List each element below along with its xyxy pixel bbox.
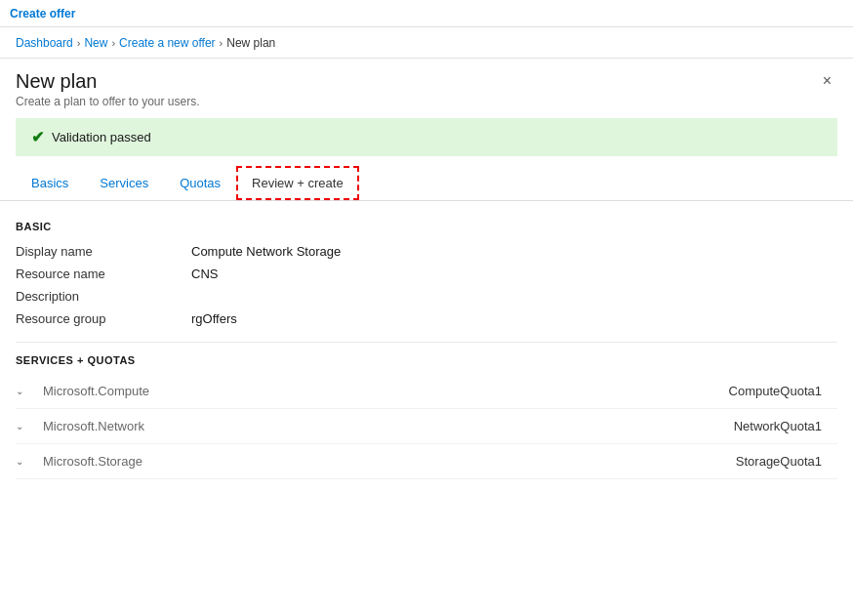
value-display-name: Compute Network Storage xyxy=(191,244,341,259)
service-quota-storage: StorageQuota1 xyxy=(736,454,837,469)
service-row-network: ⌄ Microsoft.Network NetworkQuota1 xyxy=(16,409,837,444)
chevron-down-icon-compute: ⌄ xyxy=(16,386,35,396)
info-row-resource-group: Resource group rgOffers xyxy=(16,308,837,330)
label-resource-group: Resource group xyxy=(16,311,191,326)
breadcrumb-create-offer[interactable]: Create a new offer xyxy=(119,36,216,50)
label-description: Description xyxy=(16,289,191,304)
service-name-network: Microsoft.Network xyxy=(43,419,297,433)
value-resource-name: CNS xyxy=(191,267,218,281)
top-nav: Create offer xyxy=(0,0,853,27)
label-display-name: Display name xyxy=(16,244,191,259)
section-divider xyxy=(16,342,837,343)
tab-review-create[interactable]: Review + create xyxy=(236,166,359,200)
top-bar-title: Create offer xyxy=(10,7,75,21)
service-row-storage: ⌄ Microsoft.Storage StorageQuota1 xyxy=(16,444,837,479)
content-area: BASIC Display name Compute Network Stora… xyxy=(0,201,853,616)
check-icon: ✔ xyxy=(31,128,44,146)
info-row-display-name: Display name Compute Network Storage xyxy=(16,240,837,263)
breadcrumb-new[interactable]: New xyxy=(84,36,107,50)
tab-services[interactable]: Services xyxy=(84,166,164,200)
services-section-header: SERVICES + QUOTAS xyxy=(16,354,837,366)
breadcrumb: Dashboard › New › Create a new offer › N… xyxy=(16,36,275,50)
service-quota-network: NetworkQuota1 xyxy=(734,419,837,433)
service-row-compute: ⌄ Microsoft.Compute ComputeQuota1 xyxy=(16,374,837,409)
panel-header: New plan Create a plan to offer to your … xyxy=(0,59,853,108)
main-panel: New plan Create a plan to offer to your … xyxy=(0,59,853,616)
value-resource-group: rgOffers xyxy=(191,311,237,326)
validation-banner: ✔ Validation passed xyxy=(16,118,837,156)
breadcrumb-bar: Dashboard › New › Create a new offer › N… xyxy=(0,27,853,59)
services-quotas-section: SERVICES + QUOTAS ⌄ Microsoft.Compute Co… xyxy=(16,354,837,479)
panel-title: New plan xyxy=(16,70,200,93)
service-quota-compute: ComputeQuota1 xyxy=(729,384,837,398)
tab-basics[interactable]: Basics xyxy=(16,166,84,200)
basic-section: BASIC Display name Compute Network Stora… xyxy=(16,221,837,330)
service-name-compute: Microsoft.Compute xyxy=(43,384,297,398)
tabs-container: Basics Services Quotas Review + create xyxy=(0,166,853,201)
tab-quotas[interactable]: Quotas xyxy=(164,166,236,200)
breadcrumb-dashboard[interactable]: Dashboard xyxy=(16,36,73,50)
close-button[interactable]: × xyxy=(817,70,837,92)
panel-header-text: New plan Create a plan to offer to your … xyxy=(16,70,200,108)
info-row-description: Description xyxy=(16,285,837,308)
chevron-down-icon-storage: ⌄ xyxy=(16,456,35,467)
validation-text: Validation passed xyxy=(52,130,151,144)
basic-section-header: BASIC xyxy=(16,221,837,232)
label-resource-name: Resource name xyxy=(16,267,191,281)
breadcrumb-current: New plan xyxy=(226,36,275,50)
chevron-down-icon-network: ⌄ xyxy=(16,421,35,431)
service-name-storage: Microsoft.Storage xyxy=(43,454,297,469)
panel-subtitle: Create a plan to offer to your users. xyxy=(16,95,200,108)
info-row-resource-name: Resource name CNS xyxy=(16,263,837,285)
